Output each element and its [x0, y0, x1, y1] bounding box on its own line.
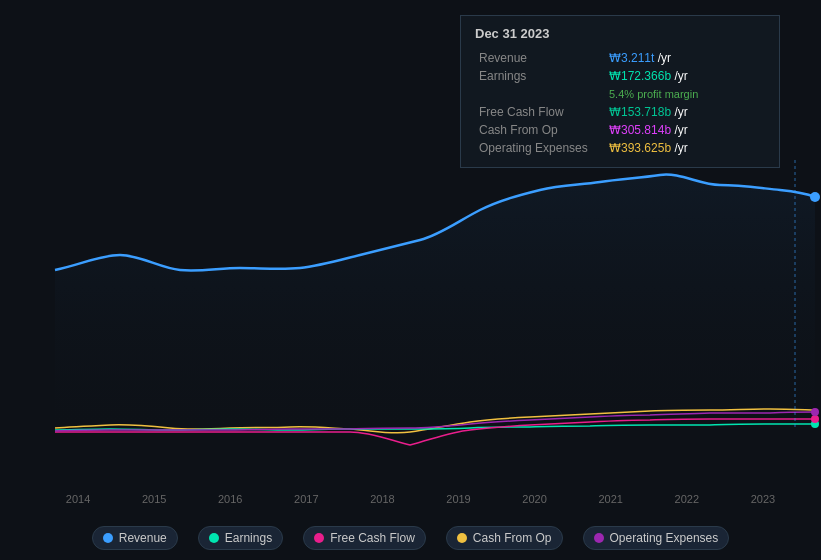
svg-point-4 — [811, 408, 819, 416]
tooltip-value-fcf: ₩153.718b /yr — [605, 103, 765, 121]
tooltip-table: Revenue ₩3.211t /yr Earnings ₩172.366b /… — [475, 49, 765, 157]
tooltip-label-cashfromop: Cash From Op — [475, 121, 605, 139]
tooltip-row-earnings-margin: 5.4% profit margin — [475, 85, 765, 103]
legend-label-earnings: Earnings — [225, 531, 272, 545]
tooltip-label-margin — [475, 85, 605, 103]
x-label-2016: 2016 — [218, 493, 242, 505]
legend-label-fcf: Free Cash Flow — [330, 531, 415, 545]
x-label-2020: 2020 — [522, 493, 546, 505]
legend-label-opex: Operating Expenses — [610, 531, 719, 545]
chart-legend: Revenue Earnings Free Cash Flow Cash Fro… — [0, 526, 821, 550]
x-label-2017: 2017 — [294, 493, 318, 505]
tooltip-value-opex: ₩393.625b /yr — [605, 139, 765, 157]
legend-dot-revenue — [103, 533, 113, 543]
legend-dot-earnings — [209, 533, 219, 543]
tooltip-panel: Dec 31 2023 Revenue ₩3.211t /yr Earnings… — [460, 15, 780, 168]
x-label-2014: 2014 — [66, 493, 90, 505]
legend-dot-cashfromop — [457, 533, 467, 543]
x-label-2021: 2021 — [598, 493, 622, 505]
tooltip-row-fcf: Free Cash Flow ₩153.718b /yr — [475, 103, 765, 121]
tooltip-row-cashfromop: Cash From Op ₩305.814b /yr — [475, 121, 765, 139]
legend-item-fcf[interactable]: Free Cash Flow — [303, 526, 426, 550]
tooltip-label-opex: Operating Expenses — [475, 139, 605, 157]
tooltip-row-revenue: Revenue ₩3.211t /yr — [475, 49, 765, 67]
svg-point-3 — [811, 415, 819, 423]
tooltip-value-revenue: ₩3.211t /yr — [605, 49, 765, 67]
tooltip-value-earnings: ₩172.366b /yr — [605, 67, 765, 85]
svg-point-1 — [810, 192, 820, 202]
chart-container: Dec 31 2023 Revenue ₩3.211t /yr Earnings… — [0, 0, 821, 560]
x-label-2022: 2022 — [675, 493, 699, 505]
legend-dot-opex — [594, 533, 604, 543]
legend-label-cashfromop: Cash From Op — [473, 531, 552, 545]
tooltip-label-fcf: Free Cash Flow — [475, 103, 605, 121]
tooltip-value-cashfromop: ₩305.814b /yr — [605, 121, 765, 139]
legend-dot-fcf — [314, 533, 324, 543]
legend-item-cashfromop[interactable]: Cash From Op — [446, 526, 563, 550]
x-label-2023: 2023 — [751, 493, 775, 505]
legend-item-opex[interactable]: Operating Expenses — [583, 526, 730, 550]
x-label-2018: 2018 — [370, 493, 394, 505]
tooltip-margin-value: 5.4% profit margin — [605, 85, 765, 103]
tooltip-row-earnings: Earnings ₩172.366b /yr — [475, 67, 765, 85]
x-label-2015: 2015 — [142, 493, 166, 505]
tooltip-label-revenue: Revenue — [475, 49, 605, 67]
legend-item-revenue[interactable]: Revenue — [92, 526, 178, 550]
legend-label-revenue: Revenue — [119, 531, 167, 545]
tooltip-date: Dec 31 2023 — [475, 26, 765, 41]
x-label-2019: 2019 — [446, 493, 470, 505]
tooltip-row-opex: Operating Expenses ₩393.625b /yr — [475, 139, 765, 157]
tooltip-label-earnings: Earnings — [475, 67, 605, 85]
legend-item-earnings[interactable]: Earnings — [198, 526, 283, 550]
x-axis-labels: 2014 2015 2016 2017 2018 2019 2020 2021 … — [0, 493, 821, 505]
